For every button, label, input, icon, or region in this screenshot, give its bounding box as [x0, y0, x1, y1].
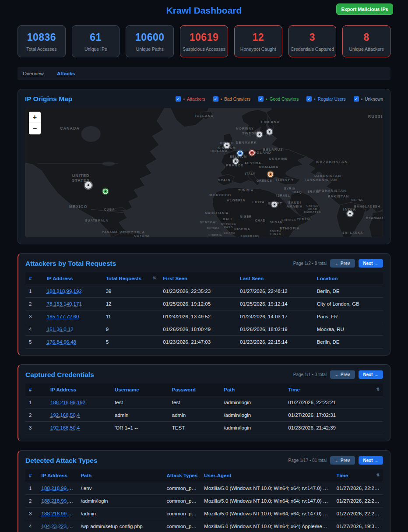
legend-item-good-crawlers[interactable]: ✓•Good Crawlers [258, 96, 299, 102]
checkbox-checked-icon[interactable]: ✓ [176, 96, 181, 102]
next-page-button[interactable]: Next → [359, 456, 383, 465]
map-label: UNITED [72, 173, 90, 178]
map-marker[interactable] [271, 201, 278, 208]
map-label: SYRIA [284, 187, 295, 190]
cell-location: Berlin, DE [313, 285, 383, 298]
map-marker[interactable] [84, 181, 93, 190]
zoom-in-button[interactable]: + [29, 112, 41, 123]
stat-value: 61 [74, 32, 118, 43]
legend-item-regular-users[interactable]: ✓•Regular Users [306, 96, 345, 102]
column-header-total-requests[interactable]: Total Requests⇅ [102, 272, 160, 285]
table-row: 3188.218.99.192/admincommon_probesMozill… [25, 507, 383, 520]
column-header-ip-address: IP Address [43, 272, 102, 285]
ip-address-link[interactable]: 78.153.140.171 [47, 301, 82, 307]
page-info: Page 1/1 • 3 total [293, 372, 327, 377]
map-marker[interactable] [266, 128, 273, 136]
map-label: SOUTH [270, 230, 281, 233]
map-zoom-control: + − [29, 112, 41, 134]
cell-ip-address: 185.177.72.60 [43, 310, 102, 323]
cell-password: admin [169, 409, 220, 422]
map-marker[interactable] [102, 188, 109, 195]
data-sections: Attackers by Total RequestsPage 1/2 • 8 … [18, 253, 390, 532]
ip-address-link[interactable]: 104.23.223.128 [42, 524, 77, 529]
map-label: UKRAINE [269, 157, 288, 161]
checkbox-checked-icon[interactable]: ✓ [258, 96, 264, 102]
map-canvas[interactable]: CANADAICELANDRUSSIAUNITEDSTATESMEXICOCUB… [25, 108, 383, 237]
map-label: GUATEMALA [85, 219, 108, 222]
checkbox-checked-icon[interactable]: ✓ [306, 96, 312, 102]
cell-path: /admin [77, 507, 163, 520]
cell-attack-types: common_probes [163, 495, 201, 507]
ip-address-link[interactable]: 188.218.99.192 [42, 511, 77, 516]
table-header-row: #IP AddressPathAttack TypesUser-AgentTim… [25, 469, 383, 482]
legend-item-bad-crawlers[interactable]: ✓•Bad Crawlers [213, 96, 251, 102]
ip-address-link[interactable]: 185.177.72.60 [47, 314, 79, 319]
ip-address-link[interactable]: 188.218.99.192 [47, 289, 82, 294]
map-marker[interactable] [236, 150, 244, 157]
map-marker[interactable] [248, 149, 256, 157]
map-marker[interactable] [267, 171, 274, 178]
column-header--: # [25, 272, 43, 285]
checkbox-checked-icon[interactable]: ✓ [213, 96, 218, 102]
tab-overview[interactable]: Overview [23, 71, 44, 76]
tab-attacks[interactable]: Attacks [57, 71, 75, 76]
stat-card: 10619Suspicious Accesses [180, 25, 228, 57]
next-page-button[interactable]: Next → [359, 370, 383, 379]
legend-item-attackers[interactable]: ✓•Attackers [176, 96, 205, 102]
next-page-button[interactable]: Next → [359, 259, 383, 268]
prev-page-button[interactable]: ← Prev [330, 370, 355, 379]
sort-icon[interactable]: ⇅ [376, 473, 380, 477]
cell-path: /wp-admin/setup-config.php [77, 520, 163, 532]
stat-value: 12 [236, 32, 280, 43]
cell--: 3 [25, 507, 38, 520]
ip-address-link[interactable]: 192.168.50.4 [50, 425, 80, 430]
map-marker[interactable] [346, 210, 354, 218]
ip-address-link[interactable]: 176.84.96.48 [47, 339, 76, 345]
sort-icon[interactable]: ⇅ [376, 387, 380, 391]
ip-address-link[interactable]: 188.218.99.192 [42, 498, 77, 504]
cell-ip-address: 192.168.50.4 [47, 409, 111, 422]
legend-dot-icon: • [361, 97, 363, 102]
column-header-path: Path [220, 384, 285, 396]
cell--: 2 [25, 298, 43, 310]
attackers-table: #IP AddressTotal Requests⇅First SeenLast… [25, 272, 383, 349]
column-header-attack-types: Attack Types [163, 469, 201, 482]
stat-label: Honeypot Caught [236, 46, 280, 52]
map-label: ALGERIA [227, 198, 246, 202]
ip-address-link[interactable]: 188.218.99.192 [50, 400, 85, 405]
map-marker[interactable] [223, 142, 231, 149]
checkbox-checked-icon[interactable]: ✓ [354, 96, 359, 102]
cell-location: Berlin, DE [313, 336, 383, 349]
page-info: Page 1/2 • 8 total [293, 261, 327, 266]
prev-page-button[interactable]: ← Prev [330, 456, 355, 465]
map-label: UNITED [306, 204, 319, 207]
export-malicious-ips-button[interactable]: Export Malicious IPs [336, 4, 393, 15]
world-map[interactable]: + − [25, 108, 383, 237]
map-label: DENMARK [236, 141, 257, 144]
column-header-time[interactable]: Time⇅ [333, 469, 383, 482]
legend-item-unknown[interactable]: ✓•Unknown [354, 96, 383, 102]
ip-address-link[interactable]: 188.218.99.192 [42, 486, 77, 491]
stat-label: Unique Attackers [345, 46, 388, 52]
map-label: EMIRATES [304, 211, 321, 213]
stat-label: Credentials Captured [291, 46, 334, 52]
map-label: BURKINA [221, 223, 236, 225]
cell-last-seen: 01/25/2026, 19:12:14 [236, 298, 313, 310]
section-attacks: Detected Attack TypesPage 1/17 • 81 tota… [18, 450, 390, 532]
map-label: FINLAND [261, 120, 280, 124]
map-label: CHAD [255, 219, 265, 222]
sort-icon[interactable]: ⇅ [153, 276, 156, 280]
cell-last-seen: 01/24/2026, 14:03:17 [236, 310, 313, 323]
column-header-time[interactable]: Time⇅ [285, 384, 383, 396]
zoom-out-button[interactable]: − [29, 123, 41, 134]
ip-address-link[interactable]: 151.36.0.12 [47, 327, 74, 332]
pagination: Page 1/2 • 8 total← PrevNext → [293, 259, 383, 268]
map-marker[interactable] [256, 131, 263, 138]
map-marker[interactable] [232, 158, 239, 165]
page-title: Krawl Dashboard [18, 5, 390, 16]
ip-address-link[interactable]: 192.168.50.4 [50, 412, 80, 418]
legend-label: Regular Users [318, 97, 346, 102]
section-title: Captured Credentials [25, 371, 94, 379]
app-header: Krawl Dashboard Export Malicious IPs [18, 0, 390, 21]
prev-page-button[interactable]: ← Prev [330, 259, 355, 268]
